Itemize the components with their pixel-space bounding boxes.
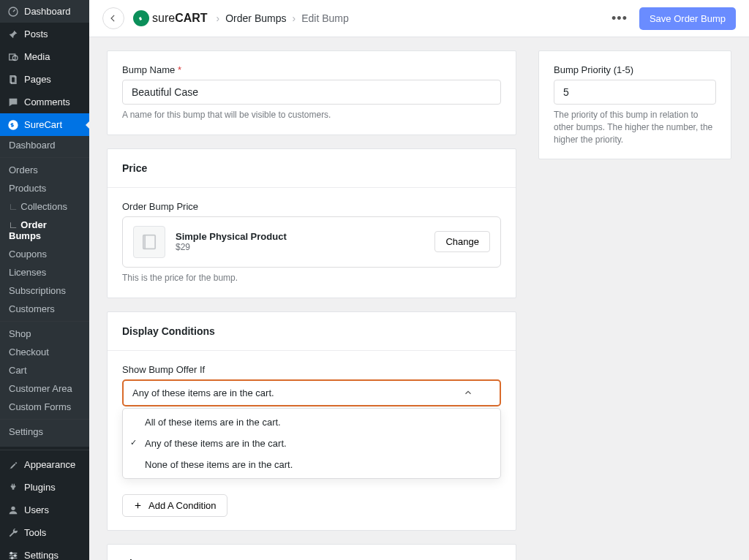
back-button[interactable] (102, 7, 124, 29)
nav-label: Dashboard (24, 6, 71, 17)
media-icon (7, 50, 19, 63)
surecart-icon (7, 118, 19, 131)
chevron-right-icon: › (217, 12, 220, 24)
conditions-heading: Display Conditions (122, 325, 501, 337)
bump-name-label: Bump Name * (122, 64, 501, 75)
plus-icon (133, 501, 143, 510)
plug-icon (7, 481, 19, 493)
sliders-icon (7, 549, 19, 560)
pin-icon (7, 28, 19, 40)
crumb-parent[interactable]: Order Bumps (225, 12, 286, 24)
priority-label: Bump Priority (1-5) (554, 64, 716, 75)
priority-hint: The priority of this bump in relation to… (554, 109, 716, 145)
separator (0, 157, 89, 158)
sub-order-bumps[interactable]: ∟ Order Bumps (0, 216, 89, 245)
breadcrumb: › Order Bumps › Edit Bump (217, 12, 349, 24)
more-actions-button[interactable]: ••• (607, 8, 632, 29)
sub-products[interactable]: Products (0, 179, 89, 197)
priority-card: Bump Priority (1-5) The priority of this… (538, 50, 731, 159)
condition-option-any[interactable]: Any of these items are in the cart. (123, 433, 500, 454)
condition-option-all[interactable]: All of these items are in the cart. (123, 412, 500, 433)
sub-dashboard[interactable]: Dashboard (0, 136, 89, 154)
nav-surecart[interactable]: SureCart (0, 113, 89, 136)
comment-icon (7, 96, 19, 108)
pages-icon (7, 73, 19, 86)
svg-point-10 (10, 552, 12, 554)
nav-appearance[interactable]: Appearance (0, 453, 89, 476)
sub-customers[interactable]: Customers (0, 300, 89, 318)
discount-heading: Discount (122, 558, 501, 560)
sub-collections[interactable]: ∟ Collections (0, 197, 89, 216)
bump-name-hint: A name for this bump that will be visibl… (122, 109, 501, 121)
price-hint: This is the price for the bump. (122, 272, 501, 284)
nav-pages[interactable]: Pages (0, 68, 89, 91)
condition-dropdown: All of these items are in the cart. Any … (122, 408, 501, 479)
user-icon (7, 504, 19, 516)
separator (0, 321, 89, 322)
nav-comments[interactable]: Comments (0, 91, 89, 113)
separator (0, 419, 89, 420)
sub-subscriptions[interactable]: Subscriptions (0, 281, 89, 300)
nav-label: Plugins (24, 482, 56, 493)
sub-customer-area[interactable]: Customer Area (0, 379, 89, 398)
nav-label: Pages (24, 74, 51, 85)
price-card: Price Order Bump Price Simple Physical P… (107, 148, 516, 298)
nav-label: Settings (24, 550, 59, 560)
nav-label: Appearance (24, 459, 75, 470)
order-bump-price-row: Simple Physical Product $29 Change (122, 216, 501, 268)
sub-coupons[interactable]: Coupons (0, 245, 89, 263)
svg-point-11 (14, 554, 16, 556)
price-heading: Price (122, 162, 501, 174)
nav-label: Posts (24, 29, 48, 39)
bump-name-card: Bump Name * A name for this bump that wi… (107, 50, 516, 135)
nav-plugins[interactable]: Plugins (0, 476, 89, 499)
discount-card: Discount Discount Amount (107, 544, 516, 560)
chevron-up-icon (463, 387, 473, 398)
nav-label: Comments (24, 97, 70, 107)
nav-tools[interactable]: Tools (0, 521, 89, 544)
nav-dashboard[interactable]: Dashboard (0, 0, 89, 23)
nav-posts[interactable]: Posts (0, 23, 89, 45)
surecart-submenu: Dashboard Orders Products ∟ Collections … (0, 136, 89, 447)
add-condition-button[interactable]: Add A Condition (122, 494, 227, 517)
chevron-right-icon: › (292, 12, 296, 24)
wrench-icon (7, 526, 19, 539)
brand-logo: sureCART (133, 10, 208, 26)
product-price: $29 (176, 242, 287, 252)
condition-select[interactable]: Any of these items are in the cart. (122, 379, 501, 406)
condition-option-none[interactable]: None of these items are in the cart. (123, 454, 500, 475)
sub-checkout[interactable]: Checkout (0, 343, 89, 361)
topbar: sureCART › Order Bumps › Edit Bump ••• S… (89, 0, 749, 37)
svg-rect-1 (9, 54, 15, 60)
nav-media[interactable]: Media (0, 45, 89, 68)
nav-label: SureCart (24, 119, 62, 130)
svg-point-6 (11, 506, 15, 510)
nav-label: Tools (24, 527, 46, 538)
sub-licenses[interactable]: Licenses (0, 263, 89, 281)
priority-input[interactable] (554, 80, 716, 105)
brush-icon (7, 458, 19, 471)
change-price-button[interactable]: Change (434, 231, 490, 252)
product-thumbnail (133, 226, 165, 258)
nav-settings[interactable]: Settings (0, 544, 89, 560)
sub-cart[interactable]: Cart (0, 361, 89, 379)
sub-shop[interactable]: Shop (0, 325, 89, 343)
nav-label: Users (24, 504, 49, 515)
svg-point-12 (11, 557, 13, 559)
show-bump-label: Show Bump Offer If (122, 364, 501, 375)
save-button[interactable]: Save Order Bump (639, 7, 736, 30)
crumb-current: Edit Bump (301, 12, 349, 24)
brand-mark-icon (133, 10, 149, 26)
conditions-card: Display Conditions Show Bump Offer If An… (107, 311, 516, 531)
price-label: Order Bump Price (122, 201, 501, 212)
dashboard-icon (7, 5, 19, 18)
nav-users[interactable]: Users (0, 499, 89, 521)
product-name: Simple Physical Product (176, 231, 287, 242)
sub-custom-forms[interactable]: Custom Forms (0, 398, 89, 416)
bump-name-input[interactable] (122, 80, 501, 105)
sub-settings[interactable]: Settings (0, 423, 89, 441)
nav-label: Media (24, 51, 50, 62)
separator (0, 450, 89, 450)
sub-orders[interactable]: Orders (0, 161, 89, 179)
condition-selected-value: Any of these items are in the cart. (132, 387, 274, 398)
